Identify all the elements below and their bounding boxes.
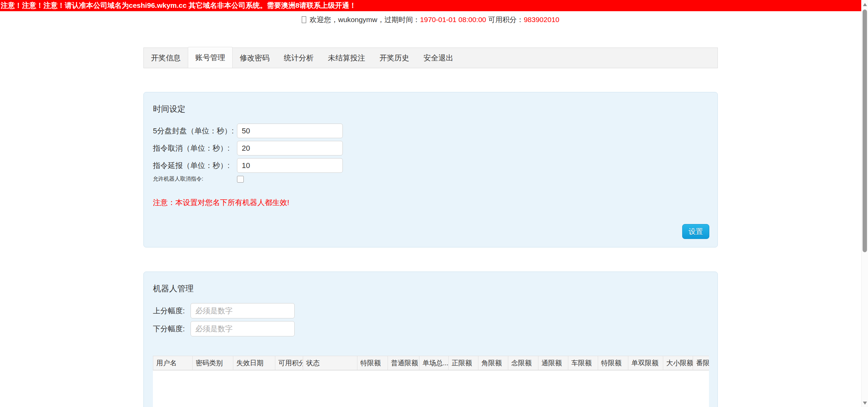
tab-statistics[interactable]: 统计分析 [277,48,321,68]
col-jiao-limit: 角限额 [478,356,508,370]
field-row-points-up: 上分幅度: [153,303,708,318]
warning-banner: 注意！注意！注意！请认准本公司域名为ceshi96.wkym.cc 其它域名非本… [0,0,861,11]
settings-warning-note: 注意：本设置对您名下所有机器人都生效! [153,198,708,208]
tab-logout[interactable]: 安全退出 [416,48,460,68]
scrollbar-thumb[interactable] [863,10,867,252]
close-5min-label: 5分盘封盘（单位：秒）: [153,126,237,136]
robots-table-header-row: 用户名 密码类别 失效日期 可用积分 状态 特限额 普通限额 单场总... 正限… [153,356,709,370]
cmd-delay-label: 指令延报（单位：秒）: [153,161,237,171]
tab-unsettled-bets[interactable]: 未结算投注 [321,48,372,68]
robot-management-panel: 机器人管理 上分幅度: 下分幅度: 用户名 密码类别 失效日期 可用积分 状态 … [143,272,718,407]
cmd-cancel-input[interactable] [237,141,343,155]
close-5min-input[interactable] [237,124,343,138]
apply-settings-button[interactable]: 设置 [682,224,709,239]
tab-draw-history[interactable]: 开奖历史 [372,48,416,68]
cmd-cancel-label: 指令取消（单位：秒）: [153,143,237,153]
tab-lottery-info[interactable]: 开奖信息 [144,48,188,68]
warning-banner-text: 注意！注意！注意！请认准本公司域名为ceshi96.wkym.cc 其它域名非本… [1,1,356,9]
col-special-limit: 特限额 [357,356,388,370]
col-oddeven-limit: 单双限额 [628,356,663,370]
field-row-close-5min: 5分盘封盘（单位：秒）: [153,124,708,138]
col-status: 状态 [303,356,357,370]
points-value: 983902010 [524,16,559,23]
cmd-delay-input[interactable] [237,158,343,173]
points-down-label: 下分幅度: [153,324,191,334]
robot-management-form: 上分幅度: 下分幅度: [153,303,708,336]
allow-robot-cancel-checkbox[interactable] [237,176,244,183]
points-up-input[interactable] [191,303,295,318]
col-bigsmall-limit: 大小限额 [663,356,693,370]
welcome-bar: 欢迎您，wukongymw，过期时间：1970-01-01 08:00:00 可… [143,15,718,24]
col-zheng-limit: 正限额 [449,356,478,370]
col-te-limit: 特限额 [598,356,628,370]
scroll-down-arrow-icon[interactable] [863,402,867,405]
welcome-text: 欢迎您，wukongymw，过期时间： [310,16,420,23]
allow-robot-cancel-label: 允许机器人取消指令: [153,175,237,183]
time-settings-form: 5分盘封盘（单位：秒）: 指令取消（单位：秒）: 指令延报（单位：秒）: 允许机… [153,124,708,208]
col-points: 可用积分 [275,356,303,370]
points-label-text: 可用积分： [488,16,524,23]
robots-table: 用户名 密码类别 失效日期 可用积分 状态 特限额 普通限额 单场总... 正限… [153,356,709,370]
points-down-input[interactable] [191,321,295,336]
field-row-allow-robot-cancel: 允许机器人取消指令: [153,175,708,183]
vertical-scrollbar[interactable] [861,0,868,407]
col-password-type: 密码类别 [193,356,233,370]
col-normal-limit: 普通限额 [388,356,419,370]
tab-change-password[interactable]: 修改密码 [233,48,277,68]
col-nian-limit: 念限额 [508,356,538,370]
robot-management-title: 机器人管理 [153,272,708,294]
field-row-cmd-delay: 指令延报（单位：秒）: [153,158,708,173]
scroll-up-arrow-icon[interactable] [863,3,867,6]
col-fan-limit: 番限额 [693,356,709,370]
expire-time-value: 1970-01-01 08:00:00 [420,16,486,23]
col-username: 用户名 [153,356,193,370]
col-tong-limit: 通限额 [538,356,568,370]
time-settings-panel: 时间设定 5分盘封盘（单位：秒）: 指令取消（单位：秒）: 指令延报（单位：秒）… [143,92,718,247]
field-row-cmd-cancel: 指令取消（单位：秒）: [153,141,708,155]
robots-table-container[interactable]: 用户名 密码类别 失效日期 可用积分 状态 特限额 普通限额 单场总... 正限… [153,356,709,407]
points-up-label: 上分幅度: [153,306,191,316]
field-row-points-down: 下分幅度: [153,321,708,336]
time-settings-title: 时间设定 [153,92,708,114]
col-expiry-date: 失效日期 [233,356,275,370]
user-icon [302,16,306,23]
tab-account-management[interactable]: 账号管理 [188,47,233,68]
main-tab-bar: 开奖信息 账号管理 修改密码 统计分析 未结算投注 开奖历史 安全退出 [143,48,718,68]
col-match-total: 单场总... [419,356,449,370]
col-che-limit: 车限额 [568,356,598,370]
